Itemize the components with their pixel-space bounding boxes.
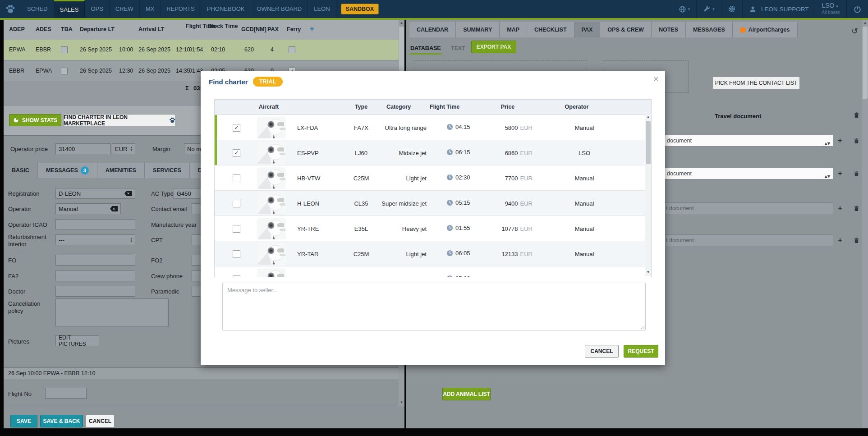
operator-icao-input[interactable] bbox=[55, 219, 135, 230]
tab-notes[interactable]: NOTES bbox=[652, 22, 686, 37]
flight-no-input[interactable] bbox=[45, 388, 87, 399]
clock-icon bbox=[446, 199, 453, 206]
tab-pax[interactable]: PAX bbox=[574, 22, 601, 37]
trash-icon[interactable] bbox=[853, 205, 860, 212]
aircraft-row[interactable]: HB-VTW C25M Light jet 02:30 7700EUR Manu… bbox=[215, 165, 651, 191]
nav-item-mx[interactable]: MX bbox=[140, 0, 161, 18]
trash-icon[interactable] bbox=[853, 137, 860, 144]
aircraft-checkbox[interactable] bbox=[233, 200, 240, 207]
language-menu[interactable]: ▾ bbox=[672, 0, 697, 18]
subtab-database[interactable]: DATABASE bbox=[410, 45, 441, 51]
scroll-down-icon[interactable]: ▼ bbox=[399, 400, 404, 405]
save-button[interactable]: SAVE bbox=[10, 415, 37, 427]
scroll-up-icon[interactable]: ▲ bbox=[862, 20, 868, 26]
tab-messages[interactable]: MESSAGES 3 bbox=[38, 163, 97, 178]
aircraft-row[interactable]: YR-TRE E35L Heavy jet 01:55 10778EUR Man… bbox=[215, 216, 651, 241]
history-icon[interactable]: ↺ bbox=[851, 26, 858, 36]
aircraft-checkbox[interactable] bbox=[233, 225, 240, 233]
user-menu[interactable]: LEON SUPPORT bbox=[742, 0, 815, 18]
sandbox-badge[interactable]: SANDBOX bbox=[341, 4, 379, 14]
tab-map[interactable]: MAP bbox=[500, 22, 527, 37]
travel-document-select[interactable]: document ▴▾ bbox=[657, 135, 833, 147]
fo-input[interactable] bbox=[55, 255, 135, 266]
tools-menu[interactable]: ▾ bbox=[696, 0, 721, 18]
tab-summary[interactable]: SUMMARY bbox=[456, 22, 500, 37]
aircraft-checkbox[interactable] bbox=[233, 250, 240, 258]
travel-document-select[interactable]: document ▴▾ bbox=[657, 168, 833, 179]
fa2-input[interactable] bbox=[55, 271, 135, 281]
trash-icon[interactable] bbox=[853, 170, 860, 177]
tba-checkbox[interactable] bbox=[61, 68, 68, 74]
trash-icon[interactable] bbox=[853, 237, 860, 244]
add-animal-list-button[interactable]: ADD ANIMAL LIST bbox=[442, 388, 491, 400]
app-logo-paw-icon[interactable] bbox=[0, 0, 21, 18]
nav-item-owner-board[interactable]: OWNER BOARD bbox=[251, 0, 308, 18]
add-document-icon[interactable]: + bbox=[838, 204, 842, 213]
registration-input[interactable] bbox=[55, 188, 135, 199]
add-document-icon[interactable]: + bbox=[838, 169, 842, 178]
aircraft-checkbox[interactable]: ✓ bbox=[233, 149, 240, 157]
find-charter-marketplace-button[interactable]: FIND CHARTER IN LEON MARKETPLACE bbox=[63, 114, 176, 126]
close-icon[interactable]: × bbox=[653, 73, 659, 84]
cancel-button[interactable]: CANCEL bbox=[86, 415, 115, 427]
right-panel-scrollbar[interactable]: ▲ bbox=[862, 20, 868, 428]
scroll-down-icon[interactable]: ▼ bbox=[645, 270, 651, 275]
aircraft-checkbox[interactable] bbox=[233, 174, 240, 182]
ferry-checkbox[interactable] bbox=[289, 46, 295, 53]
pictures-label: Pictures bbox=[8, 338, 29, 345]
flight-leg-row[interactable]: EPWA EBBR 26 Sep 2025 10:00 26 Sep 2025 … bbox=[4, 40, 399, 61]
add-leg-button[interactable]: + bbox=[310, 25, 314, 33]
aircraft-row[interactable]: SE-DJU C550 Light jet 05:00 10745EUR Man… bbox=[215, 266, 651, 277]
nav-item-sched[interactable]: SCHED bbox=[21, 0, 54, 18]
tab-calendar[interactable]: CALENDAR bbox=[409, 22, 456, 37]
show-stats-button[interactable]: SHOW STATS bbox=[9, 114, 61, 126]
base-selector[interactable]: LSO ▾ All bases bbox=[815, 0, 846, 18]
nav-item-crew[interactable]: CREW bbox=[110, 0, 140, 18]
scroll-up-icon[interactable]: ▲ bbox=[645, 115, 651, 120]
tab-messages[interactable]: MESSAGES bbox=[686, 22, 733, 37]
travel-document-select[interactable]: t document bbox=[657, 234, 833, 246]
aircraft-checkbox[interactable] bbox=[233, 275, 240, 277]
scroll-up-icon[interactable]: ▲ bbox=[399, 20, 404, 26]
cancellation-policy-textarea[interactable] bbox=[55, 298, 169, 326]
modal-request-button[interactable]: REQUEST bbox=[624, 345, 658, 358]
pick-contact-list-button[interactable]: PICK FROM THE CONTACT LIST bbox=[712, 77, 800, 89]
aircraft-row[interactable]: ✓ LX-FDA FA7X Ultra long range 04:15 580… bbox=[215, 115, 651, 140]
subtab-text[interactable]: TEXT bbox=[451, 45, 465, 51]
aircraft-row[interactable]: YR-TAR C25M Light jet 06:05 12133EUR Man… bbox=[215, 241, 651, 266]
add-document-icon[interactable]: + bbox=[838, 236, 842, 245]
edit-pictures-button[interactable]: EDIT PICTURES bbox=[55, 335, 99, 346]
operator-price-input[interactable] bbox=[55, 143, 110, 154]
trash-icon[interactable] bbox=[853, 111, 860, 119]
charter-list-scrollbar[interactable]: ▲ ▼ bbox=[645, 114, 651, 276]
tab-ops-crew[interactable]: OPS & CREW bbox=[600, 22, 652, 37]
logout-button[interactable] bbox=[846, 0, 868, 18]
aircraft-checkbox[interactable]: ✓ bbox=[233, 124, 240, 132]
scrollbar-thumb[interactable] bbox=[863, 27, 868, 99]
scrollbar-thumb[interactable] bbox=[646, 121, 651, 164]
save-and-back-button[interactable]: SAVE & BACK bbox=[40, 415, 83, 427]
nav-item-sales[interactable]: SALES bbox=[54, 0, 85, 18]
add-document-icon[interactable]: + bbox=[838, 136, 842, 145]
modal-cancel-button[interactable]: CANCEL bbox=[585, 345, 619, 358]
tab-basic[interactable]: BASIC bbox=[4, 163, 38, 178]
export-pax-button[interactable]: EXPORT PAX bbox=[471, 41, 516, 53]
nav-item-leon[interactable]: LEON bbox=[308, 0, 336, 18]
tba-checkbox[interactable] bbox=[61, 46, 68, 53]
refurbishment-select[interactable]: --- ▴▾ bbox=[55, 234, 135, 245]
message-to-seller-textarea[interactable] bbox=[222, 283, 646, 330]
tab-services[interactable]: SERVICES bbox=[145, 163, 190, 178]
currency-select[interactable]: EUR ▴▾ bbox=[112, 143, 135, 154]
aircraft-category: Midsize jet bbox=[350, 150, 427, 156]
nav-item-phonebook[interactable]: PHONEBOOK bbox=[201, 0, 251, 18]
settings-button[interactable] bbox=[721, 0, 742, 18]
nav-item-reports[interactable]: REPORTS bbox=[161, 0, 201, 18]
aircraft-row[interactable]: H-LEON CL35 Super midsize jet 05:15 9400… bbox=[215, 191, 651, 216]
doctor-input[interactable] bbox=[55, 286, 135, 297]
tab-amenities[interactable]: AMENITIES bbox=[97, 163, 145, 178]
tab-airport-charges[interactable]: AirportCharges bbox=[733, 22, 798, 37]
aircraft-row[interactable]: ✓ ES-PVP LJ60 Midsize jet 06:15 6860EUR … bbox=[215, 140, 651, 165]
travel-document-select[interactable]: t document bbox=[657, 202, 833, 214]
tab-checklist[interactable]: CHECKLIST bbox=[527, 22, 574, 37]
nav-item-ops[interactable]: OPS bbox=[85, 0, 109, 18]
